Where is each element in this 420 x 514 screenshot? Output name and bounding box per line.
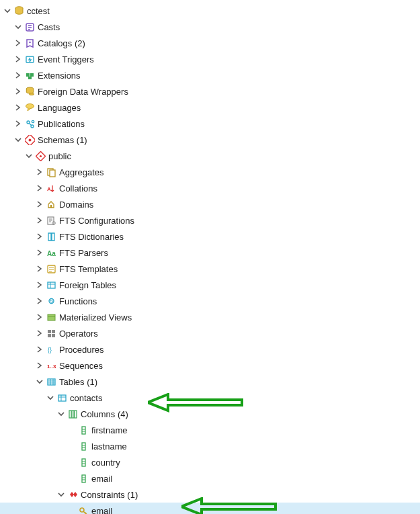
tree-node-casts[interactable]: Casts: [0, 19, 420, 35]
toggle-placeholder: [67, 441, 77, 451]
tree-node-label: email: [91, 474, 112, 484]
chevron-right-icon[interactable]: [13, 38, 23, 48]
tree-node-columns[interactable]: Columns (4): [0, 406, 420, 422]
tree-node-label: Publications: [38, 119, 85, 129]
tree-node-cctest[interactable]: cctest: [0, 3, 420, 19]
chevron-right-icon[interactable]: [35, 183, 44, 193]
tree-node-ftsdict[interactable]: FTS Dictionaries: [0, 228, 420, 245]
chevron-right-icon[interactable]: [35, 361, 44, 370]
tree-node-label: Constraints (1): [81, 490, 138, 500]
chevron-right-icon[interactable]: [35, 312, 44, 322]
tree-node-label: Sequences: [59, 361, 103, 371]
tree-node-ext[interactable]: Extensions: [0, 67, 420, 83]
chevron-right-icon[interactable]: [13, 54, 23, 64]
tree-node-contacts[interactable]: contacts: [0, 390, 420, 406]
tree-node-label: lastname: [91, 441, 127, 452]
tree-node-catalogs[interactable]: Catalogs (2): [0, 35, 420, 51]
toggle-placeholder: [67, 474, 77, 483]
tree-node-label: FTS Templates: [59, 264, 118, 274]
column-icon: [78, 457, 89, 468]
chevron-right-icon[interactable]: [13, 87, 23, 96]
columns-icon: [67, 409, 78, 419]
tree-node-emailcol[interactable]: email: [0, 470, 420, 486]
tree-node-funcs[interactable]: Functions: [0, 293, 420, 309]
chevron-right-icon[interactable]: [35, 345, 44, 354]
tree-node-label: contacts: [70, 393, 102, 403]
chevron-down-icon[interactable]: [46, 393, 55, 402]
chevron-right-icon[interactable]: [35, 216, 44, 225]
tree-node-label: Tables (1): [59, 377, 97, 387]
chevron-right-icon[interactable]: [35, 200, 44, 209]
chevron-right-icon[interactable]: [35, 329, 44, 338]
tree-node-ftsconf[interactable]: FTS Configurations: [0, 212, 420, 228]
pkey-icon: [78, 505, 89, 514]
chevron-right-icon[interactable]: [35, 264, 44, 273]
foreign-tables-icon: [46, 280, 56, 290]
chevron-right-icon[interactable]: [35, 296, 44, 306]
fts-config-icon: [46, 215, 56, 226]
tree-node-emailpk[interactable]: email: [0, 503, 420, 514]
tree-node-ftstmpl[interactable]: FTS Templates: [0, 261, 420, 277]
tree-node-ftables[interactable]: Foreign Tables: [0, 277, 420, 293]
chevron-down-icon[interactable]: [35, 377, 44, 386]
tree-node-label: Columns (4): [81, 409, 128, 419]
fts-dict-icon: [46, 231, 56, 242]
tree-node-fdw[interactable]: Foreign Data Wrappers: [0, 83, 420, 99]
publications-icon: [24, 118, 35, 129]
constraints-icon: [67, 489, 78, 500]
schemas-icon: [24, 134, 35, 145]
operators-icon: [46, 328, 56, 339]
tree-node-label: Foreign Data Wrappers: [38, 87, 128, 97]
tree-node-tables[interactable]: Tables (1): [0, 374, 420, 390]
tree-node-mviews[interactable]: Materialized Views: [0, 309, 420, 325]
domains-icon: [46, 199, 56, 210]
chevron-right-icon[interactable]: [35, 248, 44, 257]
object-tree[interactable]: cctestCastsCatalogs (2)Event TriggersExt…: [0, 0, 420, 514]
tree-node-label: Materialized Views: [59, 312, 132, 323]
chevron-right-icon[interactable]: [13, 71, 23, 80]
chevron-right-icon[interactable]: [35, 280, 44, 290]
tree-node-country[interactable]: country: [0, 454, 420, 470]
tree-node-label: Event Triggers: [38, 54, 94, 65]
tree-node-ops[interactable]: Operators: [0, 325, 420, 341]
tree-node-lang[interactable]: Languages: [0, 99, 420, 116]
chevron-right-icon[interactable]: [13, 103, 23, 112]
chevron-right-icon[interactable]: [35, 167, 44, 177]
tree-node-lastname[interactable]: lastname: [0, 438, 420, 454]
tree-node-coll[interactable]: Collations: [0, 180, 420, 196]
tree-node-firstname[interactable]: firstname: [0, 422, 420, 438]
tree-node-evtrig[interactable]: Event Triggers: [0, 51, 420, 67]
chevron-down-icon[interactable]: [13, 135, 23, 144]
tree-node-label: public: [48, 151, 71, 161]
fdw-icon: [24, 86, 35, 97]
chevron-down-icon[interactable]: [24, 151, 34, 161]
casts-icon: [24, 22, 35, 32]
tree-node-constr[interactable]: Constraints (1): [0, 486, 420, 503]
tree-node-procs[interactable]: Procedures: [0, 341, 420, 357]
tree-node-label: Aggregates: [59, 167, 104, 177]
catalogs-icon: [24, 38, 35, 48]
chevron-down-icon[interactable]: [56, 409, 66, 419]
tree-node-label: Casts: [38, 22, 60, 32]
tree-node-ftspars[interactable]: FTS Parsers: [0, 245, 420, 261]
tree-node-pub[interactable]: Publications: [0, 116, 420, 132]
tree-node-public[interactable]: public: [0, 148, 420, 164]
chevron-down-icon[interactable]: [3, 6, 12, 15]
toggle-placeholder: [67, 506, 77, 514]
tree-node-seqs[interactable]: Sequences: [0, 357, 420, 374]
tree-node-dom[interactable]: Domains: [0, 196, 420, 212]
tree-node-aggr[interactable]: Aggregates: [0, 164, 420, 180]
tree-node-label: email: [91, 506, 112, 515]
tree-node-schemas[interactable]: Schemas (1): [0, 132, 420, 148]
toggle-placeholder: [67, 458, 77, 467]
extensions-icon: [24, 70, 35, 81]
tree-node-label: FTS Configurations: [59, 216, 134, 226]
database-icon: [13, 5, 24, 16]
tree-node-label: Schemas (1): [38, 135, 87, 145]
chevron-down-icon[interactable]: [13, 22, 23, 32]
table-icon: [56, 392, 67, 403]
chevron-right-icon[interactable]: [13, 119, 23, 128]
chevron-right-icon[interactable]: [35, 232, 44, 241]
chevron-down-icon[interactable]: [56, 490, 66, 499]
tree-node-label: FTS Dictionaries: [59, 232, 124, 242]
